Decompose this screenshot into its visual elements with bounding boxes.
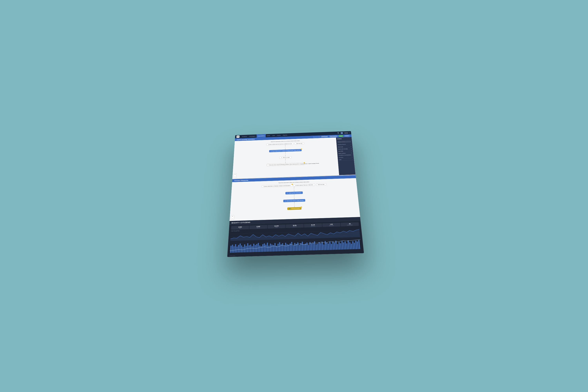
flow-badge-2	[304, 162, 305, 163]
condition-icon: ?	[268, 164, 268, 166]
conditions-section[interactable]: Conditions and Workflow −	[338, 154, 352, 156]
zoom-in-button[interactable]: +	[234, 174, 236, 176]
nav-contacts[interactable]: Contacts	[241, 135, 248, 138]
add-icon: +	[351, 148, 352, 149]
flow-badge-1	[301, 148, 302, 150]
svg-rect-50	[297, 242, 299, 251]
collapse-icon: −	[352, 154, 352, 156]
actions-search-input[interactable]	[337, 140, 351, 143]
canvas-area2: Contact subscribes to Volunteer Interest…	[232, 182, 357, 212]
email-icon: ✉	[271, 151, 272, 152]
flow2-plus-2[interactable]: +	[294, 196, 294, 198]
book-wrapper: M Contacts Campaigns Automations Deals L…	[227, 131, 364, 257]
actions-sidebar: Actions Sending Options − Send email + S…	[336, 137, 356, 175]
stat-opened-label: Opened	[250, 227, 266, 228]
flow2-add-tag[interactable]: 🏷 Add tag (New Volunteer)	[286, 192, 303, 194]
sending-options-section[interactable]: Sending Options −	[338, 143, 351, 146]
actions-title: Actions	[337, 138, 351, 140]
tag-icon: 🏷	[287, 193, 288, 194]
zoom2-in-button[interactable]: +	[231, 215, 234, 218]
flow-connector-2	[285, 148, 286, 150]
svg-rect-28	[264, 244, 265, 252]
chevron-down-icon: ▾	[349, 132, 350, 133]
stat-rev-email-label: Rev/Email	[305, 226, 321, 227]
canvas-area: Start this automation when one of these …	[232, 138, 339, 179]
nav-lists[interactable]: Lists	[271, 134, 276, 137]
stat-opened: 2,048 Opened	[249, 225, 267, 229]
svg-rect-35	[274, 243, 276, 252]
automation-body2: Start this automation when one of these …	[230, 178, 360, 221]
svg-rect-38	[279, 242, 280, 251]
nav-automations[interactable]: Automations	[256, 134, 266, 138]
svg-rect-29	[265, 245, 266, 252]
volunteer-icon: 👥	[289, 208, 290, 209]
active-button[interactable]: Active	[338, 135, 343, 137]
flow-node-trigger[interactable]: Contact submits any form and my conditio…	[266, 143, 294, 146]
panel-bottom: MIGHTY CITIZENS 2,923 Sent 2,048 Opened …	[227, 217, 364, 257]
flow2-connector-2	[294, 190, 294, 192]
flow2-plus-3[interactable]: +	[294, 204, 295, 206]
stat-rev-email: $1.46 Rev/Email	[304, 224, 322, 228]
svg-rect-20	[252, 246, 253, 252]
flow2-trigger2[interactable]: Contact submits 'How can I help' form	[294, 184, 315, 186]
quality-score-label: Quality Score	[229, 255, 235, 256]
zoom-out-button[interactable]: −	[234, 176, 236, 178]
flow-connector-3	[285, 152, 286, 153]
collapse-icon: −	[352, 159, 353, 160]
flow2-connector-4	[294, 198, 294, 199]
flow2-badge-2	[301, 206, 302, 208]
svg-rect-47	[293, 246, 294, 251]
svg-rect-39	[280, 244, 282, 251]
avatar: M	[340, 132, 343, 134]
crm-section[interactable]: CRM −	[339, 158, 353, 161]
add-icon: +	[350, 146, 352, 147]
flow2-trigger1[interactable]: Contact subscribes to Volunteer Interest…	[262, 184, 292, 188]
stat-revenue: $4.3k Revenue	[286, 224, 304, 228]
stat-revenue-label: Revenue	[286, 226, 303, 227]
svg-rect-32	[270, 244, 271, 252]
contacts-section[interactable]: Contacts −	[339, 156, 352, 158]
svg-rect-27	[262, 244, 263, 252]
inactive-button[interactable]: Inactive	[344, 135, 350, 137]
nav-campaigns[interactable]: Campaigns	[248, 134, 256, 138]
panel-top: M Contacts Campaigns Automations Deals L…	[232, 131, 356, 179]
nav-deals[interactable]: Deals	[266, 134, 271, 137]
zoom2-out-button[interactable]: −	[231, 218, 234, 220]
flow2-add-start[interactable]: Add new start	[316, 183, 326, 186]
automation-body: Start this automation when one of these …	[232, 137, 356, 179]
perspective-container: M Contacts Campaigns Automations Deals L…	[78, 30, 510, 362]
svg-rect-48	[294, 243, 295, 251]
flow2-send-email[interactable]: ✉ Send email 'Email 1' (view reports)	[283, 199, 305, 202]
svg-rect-37	[278, 244, 279, 252]
flow2-connector-6	[294, 206, 294, 207]
collapse-icon: −	[352, 156, 352, 158]
nav-forms[interactable]: Forms	[276, 134, 282, 137]
flow-plus-1[interactable]: +	[285, 146, 286, 148]
flow-node-wait[interactable]: ⏱ Wait for 2 days	[280, 156, 292, 159]
automation-title: Capital Campaign Automation	[237, 138, 255, 140]
flow2-plus-1[interactable]: +	[294, 188, 294, 190]
svg-rect-51	[299, 245, 300, 251]
flow-plus-3[interactable]: +	[285, 160, 286, 162]
view-emails-button[interactable]: View Emails	[321, 136, 328, 138]
svg-rect-41	[284, 245, 285, 251]
flow-plus-2[interactable]: +	[285, 153, 286, 155]
flow-container: Contact submits any form and my conditio…	[235, 141, 336, 167]
username-label: Mighty	[344, 132, 348, 134]
svg-rect-57	[308, 245, 309, 250]
view-contacts-button[interactable]: View Contacts	[329, 136, 338, 137]
navbar-right: 🔍 M Mighty ▾	[338, 132, 350, 134]
search-icon[interactable]: 🔍	[338, 132, 340, 134]
svg-rect-52	[300, 243, 302, 251]
nav-reports[interactable]: Reports	[282, 133, 288, 137]
flow2-volunteer-events[interactable]: 👥 Volunteer Events	[287, 207, 302, 210]
stat-clicks-label: Clicks	[268, 226, 284, 228]
flow-node-condition[interactable]: ? Does the contact match the following c…	[266, 163, 304, 166]
panel-middle: Volunteer Onboarding Start this automati…	[230, 175, 360, 221]
stat-unsub: .81 Unsubscribes	[341, 222, 359, 226]
flow-node-add-start[interactable]: Add new start	[294, 142, 304, 145]
stat-sent-label: Sent	[232, 228, 248, 229]
volunteer-onboarding-title: Volunteer Onboarding	[234, 180, 248, 181]
svg-rect-46	[291, 242, 292, 251]
email2-icon: ✉	[285, 200, 286, 202]
